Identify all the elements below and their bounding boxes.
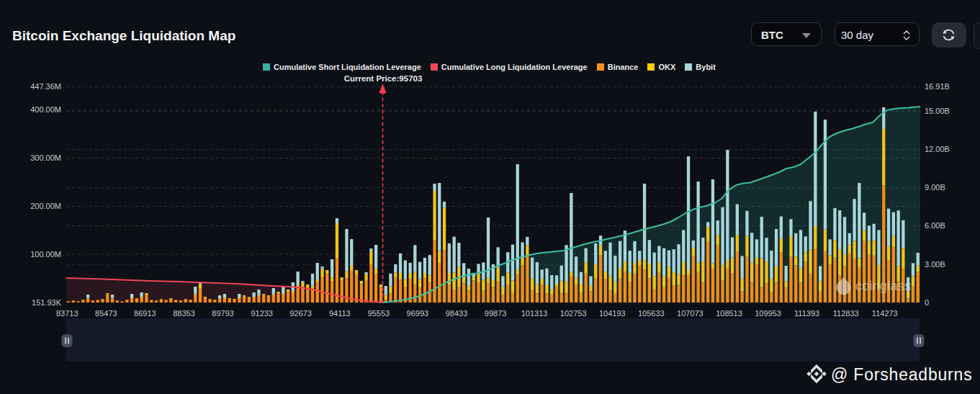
svg-text:300.00M: 300.00M xyxy=(30,153,61,162)
svg-text:102753: 102753 xyxy=(560,309,587,318)
svg-text:100.00M: 100.00M xyxy=(30,250,61,259)
svg-text:85473: 85473 xyxy=(95,309,117,318)
svg-text:109953: 109953 xyxy=(755,309,781,318)
svg-text:12.00B: 12.00B xyxy=(925,145,950,153)
svg-text:83713: 83713 xyxy=(56,309,78,318)
svg-text:92673: 92673 xyxy=(289,309,312,318)
svg-text:112833: 112833 xyxy=(833,309,859,318)
svg-text:114273: 114273 xyxy=(872,309,898,318)
svg-text:0: 0 xyxy=(925,298,929,307)
svg-text:447.36M: 447.36M xyxy=(30,82,61,91)
svg-text:3.00B: 3.00B xyxy=(925,260,945,269)
svg-text:111393: 111393 xyxy=(794,309,819,318)
svg-text:200.00M: 200.00M xyxy=(30,202,61,210)
svg-text:105633: 105633 xyxy=(638,309,665,318)
svg-text:86913: 86913 xyxy=(134,309,156,318)
svg-text:151.93K: 151.93K xyxy=(32,298,62,307)
svg-text:98433: 98433 xyxy=(446,309,468,318)
svg-text:9.00B: 9.00B xyxy=(925,183,945,192)
svg-text:94113: 94113 xyxy=(329,309,351,318)
svg-text:15.00B: 15.00B xyxy=(925,107,950,115)
svg-text:96993: 96993 xyxy=(407,309,429,318)
svg-text:89793: 89793 xyxy=(212,309,234,318)
svg-text:91233: 91233 xyxy=(251,309,273,318)
svg-text:88353: 88353 xyxy=(173,309,195,318)
svg-text:108513: 108513 xyxy=(716,309,742,318)
svg-text:16.91B: 16.91B xyxy=(925,82,950,91)
svg-text:104193: 104193 xyxy=(599,309,626,318)
svg-text:6.00B: 6.00B xyxy=(925,221,945,230)
svg-text:107073: 107073 xyxy=(677,309,703,318)
svg-text:400.00M: 400.00M xyxy=(30,105,61,114)
svg-text:101313: 101313 xyxy=(521,309,548,318)
svg-text:99873: 99873 xyxy=(485,309,507,318)
svg-text:95553: 95553 xyxy=(368,309,390,318)
